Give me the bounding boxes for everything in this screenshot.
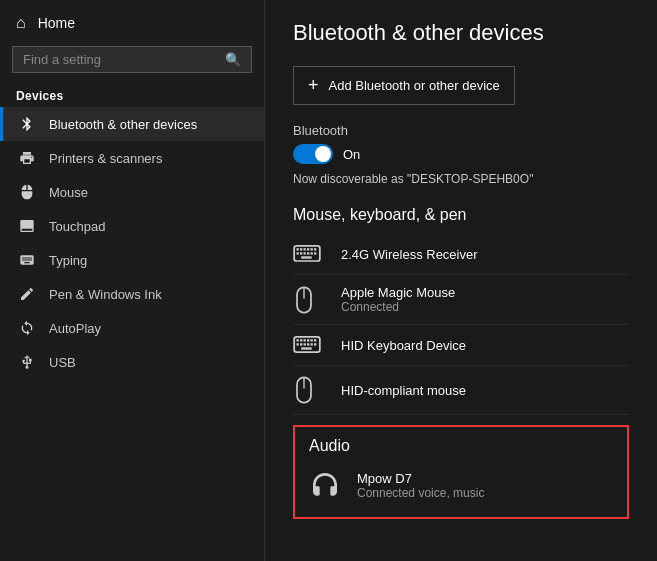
svg-rect-16 bbox=[297, 339, 299, 341]
wireless-receiver-name: 2.4G Wireless Receiver bbox=[341, 247, 478, 262]
svg-rect-17 bbox=[300, 339, 302, 341]
svg-rect-12 bbox=[314, 252, 316, 254]
magic-mouse-info: Apple Magic Mouse Connected bbox=[341, 285, 455, 314]
sidebar-section-label: Devices bbox=[0, 81, 264, 107]
svg-rect-4 bbox=[307, 248, 309, 250]
search-icon: 🔍 bbox=[225, 52, 241, 67]
add-device-label: Add Bluetooth or other device bbox=[329, 78, 500, 93]
svg-rect-2 bbox=[300, 248, 302, 250]
sidebar-item-pen-label: Pen & Windows Ink bbox=[49, 287, 162, 302]
home-label: Home bbox=[38, 15, 75, 31]
headphone-icon bbox=[309, 469, 345, 501]
sidebar-item-touchpad[interactable]: Touchpad bbox=[0, 209, 264, 243]
mouse-device-icon bbox=[293, 286, 329, 314]
svg-rect-11 bbox=[311, 252, 313, 254]
device-item-magic-mouse: Apple Magic Mouse Connected bbox=[293, 275, 629, 325]
svg-rect-28 bbox=[301, 347, 312, 349]
svg-rect-25 bbox=[307, 343, 309, 345]
mouse-icon bbox=[19, 184, 37, 200]
sidebar-item-bluetooth-label: Bluetooth & other devices bbox=[49, 117, 197, 132]
sidebar-item-home[interactable]: ⌂ Home bbox=[0, 4, 264, 42]
sidebar-item-bluetooth[interactable]: Bluetooth & other devices bbox=[0, 107, 264, 141]
svg-rect-13 bbox=[301, 256, 312, 258]
mpow-info: Mpow D7 Connected voice, music bbox=[357, 471, 484, 500]
audio-section-header: Audio bbox=[309, 437, 613, 455]
add-icon: + bbox=[308, 75, 319, 96]
svg-rect-6 bbox=[314, 248, 316, 250]
search-box[interactable]: 🔍 bbox=[12, 46, 252, 73]
sidebar-item-mouse-label: Mouse bbox=[49, 185, 88, 200]
svg-rect-26 bbox=[311, 343, 313, 345]
device-item-wireless-receiver: 2.4G Wireless Receiver bbox=[293, 234, 629, 275]
svg-rect-10 bbox=[307, 252, 309, 254]
sidebar-item-printers-label: Printers & scanners bbox=[49, 151, 162, 166]
bluetooth-icon bbox=[19, 116, 37, 132]
sidebar-item-pen[interactable]: Pen & Windows Ink bbox=[0, 277, 264, 311]
svg-rect-9 bbox=[304, 252, 306, 254]
sidebar-item-typing-label: Typing bbox=[49, 253, 87, 268]
sidebar-item-autoplay-label: AutoPlay bbox=[49, 321, 101, 336]
svg-rect-24 bbox=[304, 343, 306, 345]
printer-icon bbox=[19, 150, 37, 166]
hid-keyboard-icon bbox=[293, 335, 329, 355]
home-icon: ⌂ bbox=[16, 14, 26, 32]
touchpad-icon bbox=[19, 218, 37, 234]
svg-rect-18 bbox=[304, 339, 306, 341]
sidebar-item-usb-label: USB bbox=[49, 355, 76, 370]
svg-rect-5 bbox=[311, 248, 313, 250]
audio-section: Audio Mpow D7 Connected voice, music bbox=[293, 425, 629, 519]
device-item-hid-keyboard: HID Keyboard Device bbox=[293, 325, 629, 366]
sidebar-item-touchpad-label: Touchpad bbox=[49, 219, 105, 234]
sidebar-item-usb[interactable]: USB bbox=[0, 345, 264, 379]
hid-mouse-icon bbox=[293, 376, 329, 404]
svg-rect-7 bbox=[297, 252, 299, 254]
sidebar-item-mouse[interactable]: Mouse bbox=[0, 175, 264, 209]
svg-rect-21 bbox=[314, 339, 316, 341]
svg-rect-20 bbox=[311, 339, 313, 341]
mouse-keyboard-section-header: Mouse, keyboard, & pen bbox=[293, 206, 629, 224]
bluetooth-toggle-row: On bbox=[293, 144, 629, 164]
autoplay-icon bbox=[19, 320, 37, 336]
pen-icon bbox=[19, 286, 37, 302]
bluetooth-label: Bluetooth bbox=[293, 123, 629, 138]
device-item-hid-mouse: HID-compliant mouse bbox=[293, 366, 629, 415]
bluetooth-toggle-text: On bbox=[343, 147, 360, 162]
add-device-button[interactable]: + Add Bluetooth or other device bbox=[293, 66, 515, 105]
svg-rect-22 bbox=[297, 343, 299, 345]
sidebar-item-printers[interactable]: Printers & scanners bbox=[0, 141, 264, 175]
hid-mouse-info: HID-compliant mouse bbox=[341, 383, 466, 398]
sidebar-item-autoplay[interactable]: AutoPlay bbox=[0, 311, 264, 345]
svg-rect-19 bbox=[307, 339, 309, 341]
svg-rect-3 bbox=[304, 248, 306, 250]
sidebar: ⌂ Home 🔍 Devices Bluetooth & other devic… bbox=[0, 0, 265, 561]
main-content: Bluetooth & other devices + Add Bluetoot… bbox=[265, 0, 657, 561]
hid-keyboard-info: HID Keyboard Device bbox=[341, 338, 466, 353]
svg-rect-23 bbox=[300, 343, 302, 345]
discoverable-text: Now discoverable as "DESKTOP-SPEHB0O" bbox=[293, 172, 629, 186]
bluetooth-toggle[interactable] bbox=[293, 144, 333, 164]
svg-rect-1 bbox=[297, 248, 299, 250]
svg-rect-8 bbox=[300, 252, 302, 254]
audio-device-item-mpow: Mpow D7 Connected voice, music bbox=[309, 463, 613, 507]
keyboard-icon bbox=[19, 252, 37, 268]
usb-icon bbox=[19, 354, 37, 370]
page-title: Bluetooth & other devices bbox=[293, 20, 629, 46]
keyboard-device-icon bbox=[293, 244, 329, 264]
search-input[interactable] bbox=[23, 52, 225, 67]
svg-rect-27 bbox=[314, 343, 316, 345]
sidebar-item-typing[interactable]: Typing bbox=[0, 243, 264, 277]
